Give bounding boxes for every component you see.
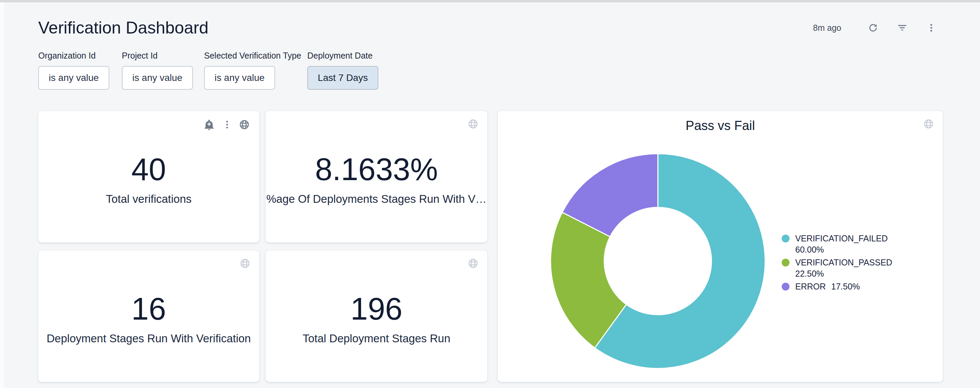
donut-chart-wrap <box>550 153 766 369</box>
kebab-menu-icon <box>222 119 232 130</box>
chart-legend: VERIFICATION_FAILED 60.00% VERIFICATION_… <box>782 233 892 292</box>
globe-icon <box>240 258 250 269</box>
explore-from-here-button[interactable] <box>923 118 934 131</box>
filter-icon <box>896 22 908 33</box>
add-alert-bell-icon <box>203 118 215 131</box>
tile-total-stages-run: 196 Total Deployment Stages Run <box>266 251 487 382</box>
top-strip <box>0 0 980 2</box>
tile-stages-run-with-verification: 16 Deployment Stages Run With Verificati… <box>38 251 259 382</box>
refresh-icon <box>868 22 878 33</box>
stat-label: Deployment Stages Run With Verification <box>38 332 259 345</box>
explore-from-here-button[interactable] <box>240 258 250 270</box>
filter-value-button[interactable]: Last 7 Days <box>307 66 378 90</box>
filter-value-button[interactable]: is any value <box>122 66 193 90</box>
refresh-button[interactable] <box>865 20 880 35</box>
chart-title: Pass vs Fail <box>498 118 943 133</box>
add-alert-button[interactable] <box>203 118 215 131</box>
legend-label: ERROR <box>795 282 826 291</box>
globe-icon <box>468 258 479 269</box>
filter-project-id: Project Id is any value <box>122 51 204 90</box>
tile-total-verifications: 40 Total verifications <box>38 111 259 243</box>
legend-swatch-icon <box>782 235 789 243</box>
left-strip <box>0 2 4 388</box>
stat-label: %age Of Deployments Stages Run With V… <box>266 192 487 206</box>
legend-item: VERIFICATION_FAILED 60.00% <box>782 233 892 255</box>
page-title: Verification Dashboard <box>38 18 208 37</box>
stat-label: Total verifications <box>38 192 259 206</box>
filter-value-button[interactable]: is any value <box>38 66 109 90</box>
last-refresh-time: 8m ago <box>813 23 841 33</box>
legend-percentage: 60.00% <box>795 244 888 255</box>
tile-pct-stages-with-verification: 8.1633% %age Of Deployments Stages Run W… <box>266 111 487 243</box>
globe-icon <box>923 118 934 129</box>
filters-bar: Organization Id is any value Project Id … <box>38 51 380 90</box>
dashboard-filters-button[interactable] <box>895 20 910 35</box>
filter-organization-id: Organization Id is any value <box>38 51 122 90</box>
explore-from-here-button[interactable] <box>468 258 479 270</box>
header-actions: 8m ago <box>813 20 939 35</box>
filter-label: Organization Id <box>38 51 122 66</box>
legend-label: VERIFICATION_FAILED <box>795 234 888 243</box>
tile-hover-actions <box>196 118 250 131</box>
legend-item: ERROR 17.50% <box>782 281 892 292</box>
tile-more-button[interactable] <box>222 119 232 130</box>
kebab-menu-icon <box>926 22 936 33</box>
stat-value: 8.1633% <box>266 153 487 185</box>
tile-pass-vs-fail: Pass vs Fail VERIFICATION_FAILED 60.00% <box>498 111 943 382</box>
explore-from-here-button[interactable] <box>468 118 479 131</box>
legend-swatch-icon <box>782 283 789 291</box>
stat-label: Total Deployment Stages Run <box>266 332 487 345</box>
legend-swatch-icon <box>782 259 789 267</box>
globe-icon <box>468 118 479 129</box>
filter-label: Deployment Date <box>307 51 380 66</box>
stat-value: 40 <box>38 153 259 185</box>
stat-value: 196 <box>266 292 487 325</box>
filter-selected-verification-type: Selected Verification Type is any value <box>204 51 307 90</box>
dashboard-more-button[interactable] <box>924 20 939 35</box>
stat-value: 16 <box>38 292 259 325</box>
filter-value-button[interactable]: is any value <box>204 66 275 90</box>
legend-label: VERIFICATION_PASSED <box>795 258 892 267</box>
filter-label: Project Id <box>122 51 204 66</box>
legend-percentage: 17.50% <box>831 282 860 291</box>
explore-from-here-button[interactable] <box>239 119 250 130</box>
legend-item: VERIFICATION_PASSED 22.50% <box>782 257 892 279</box>
globe-icon <box>239 119 250 130</box>
verification-dashboard-page: Verification Dashboard 8m ago <box>0 0 980 388</box>
legend-percentage: 22.50% <box>795 268 892 279</box>
donut-chart[interactable] <box>550 153 766 369</box>
filter-label: Selected Verification Type <box>204 51 307 66</box>
filter-deployment-date: Deployment Date Last 7 Days <box>307 51 380 90</box>
